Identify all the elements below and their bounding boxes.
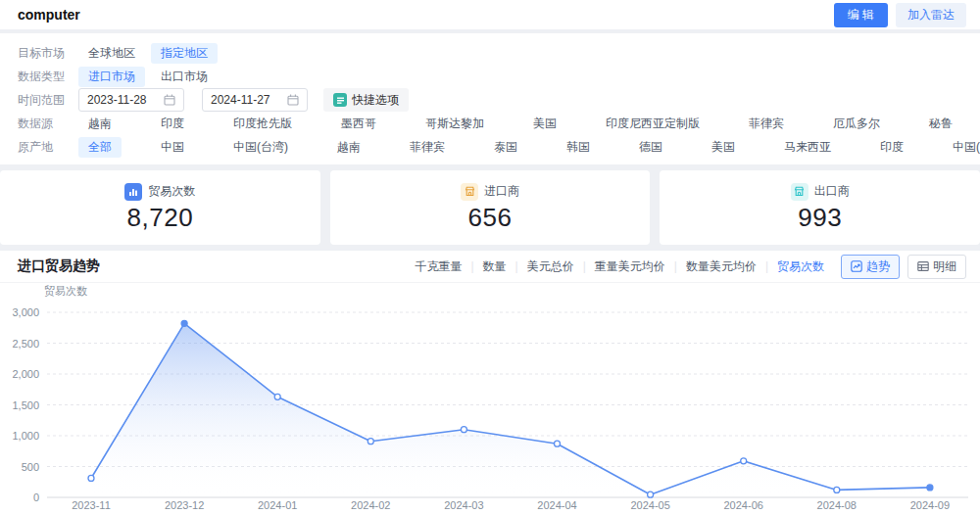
data-source-option-5[interactable]: 美国 — [523, 114, 566, 134]
svg-text:2024-02: 2024-02 — [351, 499, 390, 511]
calendar-icon — [287, 94, 299, 106]
svg-text:2024-06: 2024-06 — [724, 499, 763, 511]
start-date-input[interactable]: 2023-11-28 — [78, 88, 184, 112]
data-source-option-8[interactable]: 厄瓜多尔 — [823, 114, 890, 134]
metric-option-0[interactable]: 千克重量 — [406, 258, 470, 275]
svg-text:500: 500 — [22, 461, 39, 473]
edit-button[interactable]: 编 辑 — [834, 3, 888, 27]
metric-option-2[interactable]: 美元总价 — [518, 258, 583, 275]
data-source-option-3[interactable]: 墨西哥 — [331, 114, 386, 134]
time-range-controls: 2023-11-28 2024-11-27 — [78, 88, 962, 112]
page-title: computer — [18, 7, 80, 23]
svg-text:2024-03: 2024-03 — [444, 499, 483, 511]
stat-label: 进口商 — [484, 183, 519, 200]
chart-title: 进口贸易趋势 — [18, 258, 100, 275]
origin-option-9[interactable]: 马来西亚 — [774, 137, 841, 158]
exporter-icon — [791, 183, 808, 201]
data-source-option-0[interactable]: 越南 — [78, 114, 122, 134]
data-source-options: 越南印度印度抢先版墨西哥哥斯达黎加美国印度尼西亚定制版菲律宾厄瓜多尔秘鲁丝绸之路… — [78, 114, 980, 134]
origin-option-8[interactable]: 美国 — [702, 137, 745, 158]
calendar-icon — [164, 94, 175, 106]
data-source-label: 数据源 — [18, 116, 78, 132]
svg-text:2024-05: 2024-05 — [630, 499, 669, 511]
filter-row-data-type: 数据类型 进口市场出口市场 — [18, 65, 962, 88]
svg-text:2024-09: 2024-09 — [910, 499, 950, 511]
target-market-label: 目标市场 — [18, 45, 78, 62]
svg-text:2024-08: 2024-08 — [817, 499, 857, 511]
stat-value: 656 — [468, 203, 513, 233]
origin-option-4[interactable]: 菲律宾 — [400, 137, 455, 158]
quick-options-icon — [333, 93, 347, 107]
data-type-options: 进口市场出口市场 — [78, 67, 962, 87]
origin-option-1[interactable]: 中国 — [151, 137, 194, 158]
data-source-option-9[interactable]: 秘鲁 — [919, 114, 962, 134]
stat-card-exporters: 出口商 993 — [660, 170, 980, 245]
origin-option-3[interactable]: 越南 — [327, 137, 370, 158]
origin-options: 全部中国中国(台湾)越南菲律宾泰国韩国德国美国马来西亚印度中国(香港)印度尼西亚… — [78, 137, 980, 158]
stat-card-trade-count: 贸易次数 8,720 — [0, 170, 320, 245]
metric-switcher: 千克重量|数量|美元总价|重量美元均价|数量美元均价|贸易次数 — [406, 258, 833, 275]
svg-text:贸易次数: 贸易次数 — [44, 285, 87, 297]
stat-cards: 贸易次数 8,720 进口商 656 出口商 993 — [0, 170, 980, 245]
origin-option-2[interactable]: 中国(台湾) — [223, 137, 298, 158]
target-market-option-1[interactable]: 指定地区 — [151, 43, 218, 64]
trend-line-chart: 贸易次数05001,0001,5002,0002,5003,0002023-11… — [0, 283, 980, 513]
detail-view-button[interactable]: 明细 — [907, 255, 966, 279]
data-source-option-2[interactable]: 印度抢先版 — [223, 114, 302, 134]
filter-panel: 目标市场 全球地区指定地区 数据类型 进口市场出口市场 时间范围 2023-11… — [0, 33, 980, 164]
quick-options-button[interactable]: 快捷选项 — [323, 88, 409, 112]
data-type-option-0[interactable]: 进口市场 — [78, 67, 145, 87]
data-type-label: 数据类型 — [18, 69, 78, 85]
data-source-option-7[interactable]: 菲律宾 — [739, 114, 794, 134]
stat-value: 993 — [798, 203, 842, 233]
metric-option-4[interactable]: 数量美元均价 — [677, 258, 765, 275]
stat-label: 出口商 — [814, 183, 850, 200]
trend-chart-icon — [851, 260, 862, 272]
filter-row-target-market: 目标市场 全球地区指定地区 — [18, 41, 962, 65]
chart-tools: 千克重量|数量|美元总价|重量美元均价|数量美元均价|贸易次数 趋势 明细 — [406, 255, 966, 279]
importer-icon — [461, 183, 478, 201]
chart-header: 进口贸易趋势 千克重量|数量|美元总价|重量美元均价|数量美元均价|贸易次数 趋… — [0, 251, 980, 283]
target-market-options: 全球地区指定地区 — [78, 43, 962, 64]
svg-text:2,500: 2,500 — [12, 338, 39, 350]
stat-label: 贸易次数 — [148, 183, 195, 200]
svg-text:2,000: 2,000 — [12, 368, 39, 380]
top-bar: computer 编 辑 加入雷达 — [0, 0, 980, 29]
origin-option-7[interactable]: 德国 — [629, 137, 672, 158]
chart-panel: 进口贸易趋势 千克重量|数量|美元总价|重量美元均价|数量美元均价|贸易次数 趋… — [0, 251, 980, 515]
svg-text:2023-12: 2023-12 — [165, 499, 204, 511]
data-type-option-1[interactable]: 出口市场 — [151, 67, 218, 87]
svg-text:1,500: 1,500 — [12, 399, 39, 411]
svg-text:2024-04: 2024-04 — [537, 499, 576, 511]
stat-value: 8,720 — [127, 203, 194, 233]
origin-option-11[interactable]: 中国(香港) — [943, 137, 980, 158]
svg-text:1,000: 1,000 — [12, 430, 39, 442]
origin-option-0[interactable]: 全部 — [78, 137, 122, 158]
filter-row-data-source: 数据源 越南印度印度抢先版墨西哥哥斯达黎加美国印度尼西亚定制版菲律宾厄瓜多尔秘鲁… — [18, 112, 962, 135]
metric-option-3[interactable]: 重量美元均价 — [586, 258, 674, 275]
origin-option-6[interactable]: 韩国 — [557, 137, 600, 158]
trend-view-button[interactable]: 趋势 — [841, 255, 900, 279]
quick-options-label: 快捷选项 — [352, 92, 399, 109]
origin-option-10[interactable]: 印度 — [870, 137, 913, 158]
filter-row-time-range: 时间范围 2023-11-28 2024-11-27 — [18, 88, 962, 112]
svg-text:2023-11: 2023-11 — [72, 499, 111, 511]
origin-option-5[interactable]: 泰国 — [484, 137, 527, 158]
time-range-label: 时间范围 — [18, 92, 78, 109]
metric-option-1[interactable]: 数量 — [474, 258, 515, 275]
metric-option-5[interactable]: 贸易次数 — [768, 258, 833, 275]
data-source-option-1[interactable]: 印度 — [151, 114, 194, 134]
data-source-option-4[interactable]: 哥斯达黎加 — [416, 114, 494, 134]
svg-text:3,000: 3,000 — [12, 306, 39, 318]
svg-text:0: 0 — [33, 492, 39, 503]
end-date-value: 2024-11-27 — [211, 93, 270, 107]
bar-chart-icon — [124, 183, 142, 201]
end-date-input[interactable]: 2024-11-27 — [202, 88, 308, 112]
add-to-radar-button[interactable]: 加入雷达 — [896, 3, 966, 27]
top-bar-actions: 编 辑 加入雷达 — [834, 3, 966, 27]
svg-text:2024-01: 2024-01 — [258, 499, 297, 511]
origin-label: 原产地 — [18, 139, 78, 156]
target-market-option-0[interactable]: 全球地区 — [78, 43, 145, 64]
stat-card-importers: 进口商 656 — [330, 170, 651, 245]
data-source-option-6[interactable]: 印度尼西亚定制版 — [596, 114, 710, 134]
